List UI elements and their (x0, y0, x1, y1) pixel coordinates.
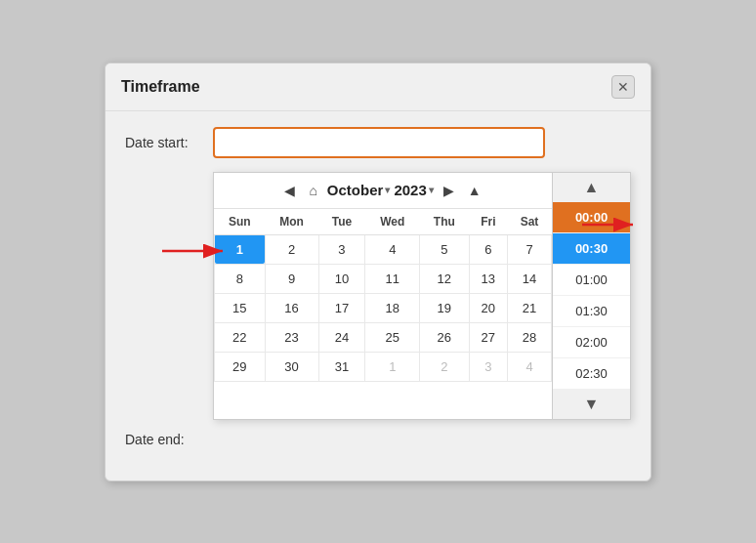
calendar-day[interactable]: 26 (420, 322, 469, 352)
table-row: 22232425262728 (215, 322, 552, 352)
calendar-day[interactable]: 31 (318, 352, 365, 381)
calendar-day[interactable]: 28 (508, 322, 552, 352)
calendar-day[interactable]: 24 (318, 322, 365, 352)
date-start-row: Date start: (125, 127, 631, 158)
calendar-nav: ◀ ⌂ October▾ 2023▾ ▶ ▲ (214, 173, 552, 209)
calendar-day[interactable]: 2 (265, 234, 318, 264)
calendar-day[interactable]: 20 (469, 293, 507, 322)
calendar-day[interactable]: 16 (265, 293, 318, 322)
month-dropdown-arrow: ▾ (385, 185, 390, 195)
date-end-label: Date end: (125, 432, 213, 447)
month-select-button[interactable]: October▾ (327, 182, 391, 198)
time-item[interactable]: 01:30 (553, 296, 630, 327)
col-wed: Wed (365, 209, 420, 235)
table-row: 2930311234 (215, 352, 552, 381)
col-sun: Sun (215, 209, 266, 235)
table-row: 891011121314 (215, 264, 552, 293)
calendar-left: ◀ ⌂ October▾ 2023▾ ▶ ▲ (214, 173, 552, 419)
calendar-day[interactable]: 4 (365, 234, 420, 264)
prev-month-button[interactable]: ◀ (280, 181, 299, 200)
calendar-day[interactable]: 25 (365, 322, 420, 352)
calendar-day[interactable]: 21 (508, 293, 552, 322)
next-month-button[interactable]: ▶ (440, 181, 458, 200)
year-dropdown-arrow: ▾ (429, 185, 434, 195)
calendar-day[interactable]: 8 (215, 264, 266, 293)
calendar-day[interactable]: 30 (265, 352, 318, 381)
time-picker: ▲ 00:0000:3001:0001:3002:0002:30 ▼ (552, 173, 630, 419)
table-row: 15161718192021 (215, 293, 552, 322)
col-sat: Sat (508, 209, 552, 235)
arrow-svg (162, 242, 231, 260)
calendar-day[interactable]: 4 (508, 352, 552, 381)
calendar-day[interactable]: 5 (420, 234, 469, 264)
year-select-button[interactable]: 2023▾ (394, 182, 433, 198)
dialog-body: Date start: (105, 111, 651, 480)
calendar-day[interactable]: 23 (265, 322, 318, 352)
time-down-button[interactable]: ▼ (553, 390, 630, 419)
calendar-header-row: Sun Mon Tue Wed Thu Fri Sat (215, 209, 552, 235)
calendar-day[interactable]: 15 (215, 293, 266, 322)
col-mon: Mon (265, 209, 318, 235)
time-up-button[interactable]: ▲ (553, 173, 630, 202)
dialog-title: Timeframe (121, 78, 200, 96)
home-button[interactable]: ⌂ (305, 181, 320, 200)
close-button[interactable]: ✕ (611, 75, 635, 99)
calendar-day[interactable]: 27 (469, 322, 507, 352)
time-arrow-svg (582, 216, 641, 233)
calendar-day[interactable]: 19 (420, 293, 469, 322)
calendar-container: ◀ ⌂ October▾ 2023▾ ▶ ▲ (125, 172, 631, 420)
calendar-day[interactable]: 10 (318, 264, 365, 293)
calendar-day[interactable]: 2 (420, 352, 469, 381)
year-label: 2023 (394, 182, 426, 198)
calendar-popup: ◀ ⌂ October▾ 2023▾ ▶ ▲ (213, 172, 631, 420)
calendar-day[interactable]: 11 (365, 264, 420, 293)
calendar-day[interactable]: 9 (265, 264, 318, 293)
date-end-row: Date end: (125, 432, 631, 447)
month-year-display: October▾ 2023▾ (327, 182, 434, 198)
date-start-input[interactable] (213, 127, 545, 158)
calendar-day[interactable]: 6 (469, 234, 507, 264)
calendar-day[interactable]: 12 (420, 264, 469, 293)
time-item[interactable]: 02:00 (553, 327, 630, 358)
timeframe-dialog: Timeframe ✕ Date start: (105, 63, 651, 481)
time-arrow-container (582, 216, 641, 237)
calendar-day[interactable]: 29 (215, 352, 266, 381)
calendar-day[interactable]: 1 (365, 352, 420, 381)
calendar-body: 1234567891011121314151617181920212223242… (215, 234, 552, 381)
calendar-day[interactable]: 13 (469, 264, 507, 293)
time-item[interactable]: 01:00 (553, 265, 630, 296)
col-thu: Thu (420, 209, 469, 235)
dialog-header: Timeframe ✕ (105, 63, 651, 111)
date-start-label: Date start: (125, 135, 213, 150)
calendar-up-button[interactable]: ▲ (464, 181, 485, 200)
calendar-day[interactable]: 18 (365, 293, 420, 322)
month-label: October (327, 182, 384, 198)
time-item[interactable]: 02:30 (553, 358, 630, 390)
date-arrow-indicator (162, 242, 231, 264)
calendar-day[interactable]: 14 (508, 264, 552, 293)
calendar-day[interactable]: 3 (469, 352, 507, 381)
calendar-day[interactable]: 3 (318, 234, 365, 264)
calendar-day[interactable]: 17 (318, 293, 365, 322)
table-row: 1234567 (215, 234, 552, 264)
col-fri: Fri (469, 209, 507, 235)
col-tue: Tue (318, 209, 365, 235)
calendar-grid: Sun Mon Tue Wed Thu Fri Sat 123456789101… (214, 209, 552, 382)
calendar-day[interactable]: 22 (215, 322, 266, 352)
calendar-day[interactable]: 7 (508, 234, 552, 264)
time-item[interactable]: 00:30 (553, 233, 630, 265)
